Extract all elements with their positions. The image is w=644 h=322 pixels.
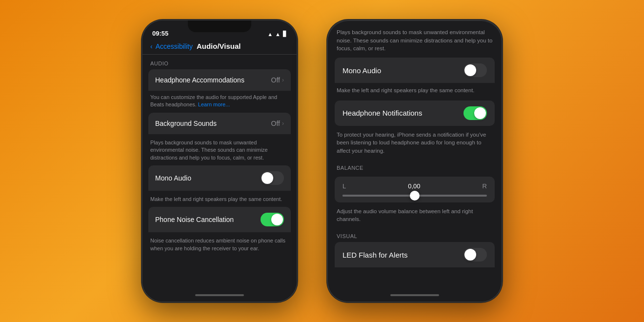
phone-left: 09:55 ▲ ▲ ▊ ‹ Accessibility Audio/Visual… (141, 20, 298, 302)
background-sounds-label: Background Sounds (155, 120, 217, 127)
slider-thumb[interactable] (410, 191, 420, 201)
mono-audio-label: Mono Audio (155, 174, 191, 182)
headphone-accommodations-label: Headphone Accommodations (155, 76, 244, 84)
back-label[interactable]: Accessibility (156, 42, 193, 50)
back-arrow-icon[interactable]: ‹ (150, 42, 153, 50)
mono-audio-row[interactable]: Mono Audio (148, 165, 291, 191)
headphone-accommodations-value: Off › (271, 76, 284, 84)
toggle-knob (271, 214, 283, 225)
mono-audio-toggle-right[interactable] (463, 63, 487, 77)
home-bar (195, 294, 244, 296)
learn-more-link[interactable]: Learn more... (198, 101, 230, 107)
toggle-knob (474, 107, 486, 119)
visual-section-header: VISUAL (328, 228, 502, 242)
right-scroll-content: Plays background sounds to mask unwanted… (328, 20, 502, 289)
phone-noise-desc: Noise cancellation reduces ambient noise… (142, 234, 297, 256)
scroll-content-left: AUDIO Headphone Accommodations Off › You… (142, 55, 297, 289)
headphone-accommodations-row[interactable]: Headphone Accommodations Off › (148, 69, 291, 91)
balance-r-label: R (483, 182, 487, 190)
phone-noise-row[interactable]: Phone Noise Cancellation (148, 207, 291, 232)
headphone-accommodations-desc: You can customize the audio for supporte… (142, 91, 297, 113)
led-flash-label: LED Flash for Alerts (342, 251, 407, 259)
status-time: 09:55 (152, 30, 168, 37)
background-sounds-row[interactable]: Background Sounds Off › (148, 113, 291, 134)
led-flash-toggle[interactable] (463, 248, 487, 262)
nav-bar-left: ‹ Accessibility Audio/Visual (142, 40, 297, 55)
headphone-notifications-desc: To protect your hearing, iPhone sends a … (328, 128, 502, 160)
status-icons: ▲ ▲ ▊ (267, 31, 287, 37)
mono-audio-desc: Make the left and right speakers play th… (142, 193, 297, 207)
home-indicator-right (328, 289, 502, 302)
home-indicator-left (142, 289, 297, 302)
balance-section-header: BALANCE (328, 160, 502, 174)
headphone-notifications-toggle[interactable] (463, 106, 487, 120)
balance-section: L 0,00 R (335, 177, 495, 202)
headphone-notifications-row[interactable]: Headphone Notifications (335, 101, 495, 126)
balance-header: L 0,00 R (342, 182, 487, 190)
led-flash-row[interactable]: LED Flash for Alerts (335, 242, 495, 267)
wifi-icon: ▲ (275, 31, 281, 37)
chevron-icon: › (282, 120, 284, 127)
toggle-knob (464, 249, 476, 261)
background-sounds-desc: Plays background sounds to mask unwanted… (142, 136, 297, 165)
balance-value: 0,00 (408, 182, 420, 190)
home-bar (390, 294, 439, 296)
notch (188, 20, 251, 32)
battery-icon: ▊ (283, 31, 287, 37)
location-icon: ▲ (267, 31, 273, 37)
background-sounds-value: Off › (271, 120, 284, 127)
balance-slider-track[interactable] (342, 195, 487, 197)
mono-audio-label-right: Mono Audio (342, 66, 381, 75)
mono-audio-toggle[interactable] (261, 171, 284, 185)
phone-noise-toggle[interactable] (261, 213, 284, 226)
headphone-notifications-label: Headphone Notifications (342, 109, 422, 117)
mono-audio-desc-right: Make the left and right speakers play th… (328, 83, 502, 100)
toggle-knob (262, 172, 273, 184)
slider-fill (342, 195, 415, 197)
toggle-knob (464, 64, 476, 76)
audio-section-header: AUDIO (142, 55, 297, 69)
mono-audio-row-right[interactable]: Mono Audio (335, 58, 495, 83)
chevron-icon: › (282, 77, 284, 83)
phone-noise-label: Phone Noise Cancellation (155, 216, 234, 223)
phone-right: Plays background sounds to mask unwanted… (327, 20, 503, 302)
nav-title: Audio/Visual (197, 42, 241, 50)
bg-sounds-desc-right: Plays background sounds to mask unwanted… (328, 25, 502, 58)
balance-desc: Adjust the audio volume balance between … (328, 204, 502, 228)
balance-l-label: L (342, 182, 346, 190)
